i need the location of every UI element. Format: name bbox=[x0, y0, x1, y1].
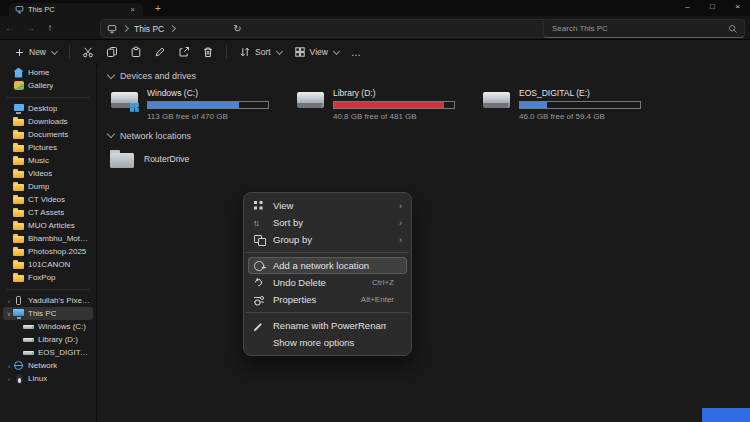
submenu-chevron-icon: › bbox=[394, 218, 402, 228]
tab-close-icon[interactable]: × bbox=[128, 5, 137, 14]
section-header-network[interactable]: Network locations bbox=[106, 131, 750, 141]
view-button-label: View bbox=[310, 47, 328, 57]
new-tab-button[interactable]: + bbox=[151, 3, 165, 14]
network-icon bbox=[13, 360, 25, 371]
sidebar-item[interactable]: Music bbox=[3, 154, 93, 167]
command-bar: New bbox=[0, 39, 750, 65]
refresh-button[interactable]: ↻ bbox=[233, 23, 241, 34]
back-button[interactable]: ← bbox=[0, 22, 20, 33]
close-button[interactable]: × bbox=[725, 0, 750, 14]
more-options-button[interactable]: … bbox=[346, 44, 367, 61]
context-menu-item[interactable]: View › bbox=[248, 197, 407, 214]
context-menu-item[interactable]: Sort by › bbox=[248, 214, 407, 231]
section-title: Network locations bbox=[120, 131, 191, 141]
share-button[interactable] bbox=[173, 43, 195, 61]
sidebar-item[interactable]: Dump bbox=[3, 180, 93, 193]
drives-list: Windows (C:) 113 GB free of 470 GB Libra… bbox=[110, 88, 750, 121]
sidebar-item-label: This PC bbox=[28, 309, 56, 318]
search-input[interactable] bbox=[550, 23, 724, 34]
sidebar-item[interactable]: › Linux bbox=[3, 372, 93, 385]
plus-icon bbox=[14, 47, 25, 58]
sidebar-item-label: Gallery bbox=[28, 81, 53, 90]
breadcrumb-this-pc[interactable]: This PC bbox=[134, 24, 164, 34]
drive-tile[interactable]: EOS_DIGITAL (E:) 46.0 GB free of 59.4 GB bbox=[482, 88, 650, 121]
delete-button[interactable] bbox=[197, 43, 219, 61]
sidebar-item[interactable]: › Network bbox=[3, 359, 93, 372]
sidebar-item-label: Desktop bbox=[28, 104, 57, 113]
drive-info: Library (D:) 40.8 GB free of 481 GB bbox=[333, 88, 464, 121]
explorer-tab[interactable]: This PC × bbox=[9, 3, 143, 16]
drive-icon bbox=[23, 321, 35, 332]
sidebar-item[interactable]: Videos bbox=[3, 167, 93, 180]
sidebar-item[interactable]: Photoshop.2025 bbox=[3, 245, 93, 258]
breadcrumb-chevron-icon[interactable] bbox=[122, 25, 129, 32]
sidebar-item[interactable]: MUO Articles bbox=[3, 219, 93, 232]
maximize-button[interactable]: □ bbox=[700, 0, 725, 14]
chevron-down-icon[interactable] bbox=[107, 130, 115, 138]
copy-button[interactable] bbox=[101, 43, 123, 61]
tree-chevron-icon[interactable]: › bbox=[5, 376, 13, 382]
rename-button[interactable] bbox=[149, 43, 171, 61]
section-header-devices[interactable]: Devices and drives bbox=[106, 71, 750, 81]
sidebar-item[interactable]: Gallery bbox=[3, 79, 93, 92]
sidebar-item[interactable]: Documents bbox=[3, 128, 93, 141]
paste-button[interactable] bbox=[125, 43, 147, 61]
documents-folder-icon bbox=[13, 129, 25, 140]
cut-button[interactable] bbox=[77, 43, 99, 61]
context-menu-item[interactable]: Undo Delete Ctrl+Z bbox=[248, 274, 407, 291]
sidebar-item[interactable]: Windows (C:) bbox=[3, 320, 93, 333]
drive-free-space: 46.0 GB free of 59.4 GB bbox=[519, 112, 650, 121]
sidebar-item[interactable]: Library (D:) bbox=[3, 333, 93, 346]
sidebar-item[interactable]: Pictures bbox=[3, 141, 93, 154]
sort-button[interactable]: Sort bbox=[234, 43, 287, 61]
context-menu-item[interactable]: Group by › bbox=[248, 231, 407, 248]
drive-icon bbox=[23, 347, 35, 358]
chevron-down-icon bbox=[51, 47, 58, 54]
menu-shortcut: Ctrl+Z bbox=[372, 278, 394, 287]
sidebar-item[interactable]: EOS_DIGITAL (E:) bbox=[3, 346, 93, 359]
network-locations-list: RouterDrive bbox=[110, 148, 750, 170]
chevron-down-icon bbox=[276, 47, 283, 54]
context-menu-item[interactable]: Show more options bbox=[248, 334, 407, 351]
sidebar-item[interactable]: CT Videos bbox=[3, 193, 93, 206]
downloads-folder-icon bbox=[13, 116, 25, 127]
context-menu-item[interactable]: Properties Alt+Enter bbox=[248, 291, 407, 308]
context-menu-item[interactable]: Add a network location bbox=[248, 257, 407, 274]
tree-chevron-icon[interactable]: ∨ bbox=[5, 310, 13, 317]
chevron-down-icon[interactable] bbox=[107, 70, 115, 78]
sidebar-item[interactable]: 101CANON bbox=[3, 258, 93, 271]
network-location-item[interactable]: RouterDrive bbox=[110, 148, 250, 170]
tree-chevron-icon[interactable]: › bbox=[5, 298, 13, 304]
sidebar-item[interactable]: › Yadullah's Pixel 9a bbox=[3, 294, 93, 307]
address-bar[interactable]: This PC ↻ bbox=[100, 19, 562, 38]
search-icon[interactable] bbox=[728, 24, 738, 34]
submenu-chevron-icon: › bbox=[394, 201, 402, 211]
network-folder-icon bbox=[110, 148, 136, 170]
sidebar-item[interactable]: Desktop bbox=[3, 102, 93, 115]
sidebar-item-label: Library (D:) bbox=[38, 335, 78, 344]
sidebar-item[interactable]: FoxPop bbox=[3, 271, 93, 284]
view-button[interactable]: View bbox=[289, 43, 344, 61]
forward-button[interactable]: → bbox=[20, 22, 40, 33]
phone-icon bbox=[13, 295, 25, 306]
breadcrumb-chevron-icon[interactable] bbox=[169, 25, 176, 32]
menu-item-label: Group by bbox=[273, 234, 386, 245]
sidebar-item[interactable]: Bhambhu_Motorsport bbox=[3, 232, 93, 245]
minimize-button[interactable]: – bbox=[675, 0, 700, 14]
up-button[interactable]: ↑ bbox=[40, 22, 60, 33]
folder-icon bbox=[13, 246, 25, 257]
tree-chevron-icon[interactable]: › bbox=[5, 363, 13, 369]
window-controls: – □ × bbox=[675, 0, 750, 16]
drive-usage-bar bbox=[333, 101, 455, 109]
context-menu-item[interactable]: Rename with PowerRename bbox=[248, 317, 407, 334]
sidebar-item[interactable]: Downloads bbox=[3, 115, 93, 128]
drive-usage-fill bbox=[148, 102, 239, 108]
sidebar-item[interactable]: CT Assets bbox=[3, 206, 93, 219]
search-box[interactable] bbox=[543, 19, 745, 38]
sidebar-item[interactable]: ∨ This PC bbox=[3, 307, 93, 320]
drive-tile[interactable]: Windows (C:) 113 GB free of 470 GB bbox=[110, 88, 278, 121]
windows-logo-icon bbox=[130, 103, 139, 112]
sidebar-item[interactable]: Home bbox=[3, 66, 93, 79]
new-button[interactable]: New bbox=[9, 44, 62, 61]
drive-tile[interactable]: Library (D:) 40.8 GB free of 481 GB bbox=[296, 88, 464, 121]
